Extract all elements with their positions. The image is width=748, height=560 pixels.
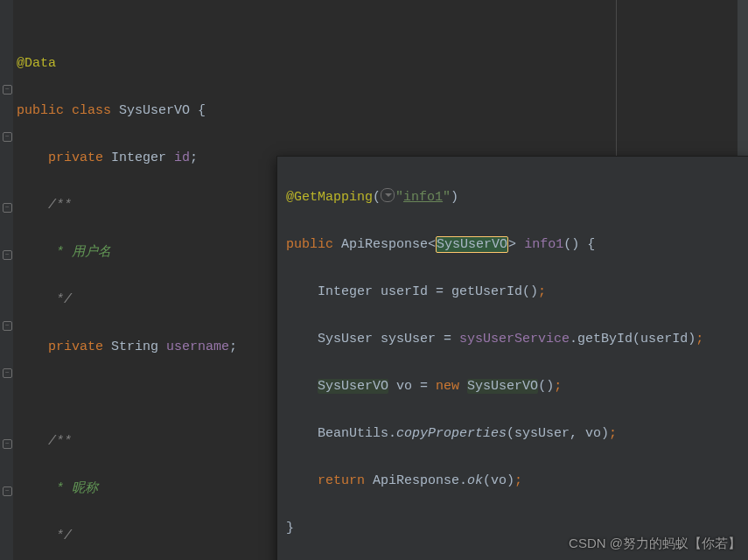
brace: } xyxy=(286,521,294,536)
gt: > xyxy=(508,237,516,252)
fold-icon[interactable]: − xyxy=(3,132,12,142)
kw-public: public xyxy=(17,103,64,118)
type-sysuser: SysUser xyxy=(318,332,373,346)
eq: = xyxy=(428,284,451,299)
doc-username: * 用户名 xyxy=(48,245,111,260)
kw-public: public xyxy=(286,237,333,252)
field-id: id xyxy=(174,150,190,165)
parens: () xyxy=(563,237,579,252)
semi: ; xyxy=(554,379,562,394)
var-sysuser: sysUser xyxy=(381,332,436,346)
method-copy: copyProperties xyxy=(396,426,507,441)
fold-icon[interactable]: − xyxy=(3,486,12,496)
type-apiresponse: ApiResponse xyxy=(341,237,428,252)
quick-definition-popup[interactable]: @GetMapping("info1") public ApiResponse<… xyxy=(276,156,748,560)
kw-private: private xyxy=(48,340,103,354)
type-sysuservo-usage: SysUserVO xyxy=(318,379,388,394)
doc-close: */ xyxy=(48,292,72,307)
semi: ; xyxy=(190,150,198,165)
watermark: CSDN @努力的蚂蚁【你若】 xyxy=(569,531,741,555)
kw-private: private xyxy=(48,150,103,165)
method-info1: info1 xyxy=(524,237,563,252)
kw-new: new xyxy=(436,379,459,394)
type-string: String xyxy=(111,340,158,354)
kw-class: class xyxy=(72,103,111,118)
semi: ; xyxy=(696,332,703,346)
eq: = xyxy=(412,379,436,394)
class-apiresponse: ApiResponse. xyxy=(373,473,467,488)
brace: { xyxy=(587,237,595,252)
brace: { xyxy=(198,103,206,118)
code-editor[interactable]: − − − − − − − − @Data public class SysUs… xyxy=(0,0,748,560)
field-service: sysUserService xyxy=(459,332,570,346)
doc-close: */ xyxy=(48,528,72,543)
fold-icon[interactable]: − xyxy=(3,203,12,213)
gutter: − − − − − − − − xyxy=(0,0,13,560)
fold-icon[interactable]: − xyxy=(3,368,12,378)
semi: ; xyxy=(538,284,546,299)
type-sysuservo-usage: SysUserVO xyxy=(467,379,538,394)
semi: ; xyxy=(609,426,617,441)
eq: = xyxy=(436,332,459,346)
doc-nickname: * 昵称 xyxy=(48,481,98,496)
args: (sysUser, vo) xyxy=(507,426,609,441)
semi: ; xyxy=(514,473,522,488)
field-username: username xyxy=(166,340,229,354)
var-vo: vo xyxy=(396,379,412,394)
quote: " xyxy=(443,190,451,205)
fold-icon[interactable]: − xyxy=(3,250,12,260)
lt: < xyxy=(428,237,436,252)
url-info1[interactable]: info1 xyxy=(403,190,443,205)
var-userid: userId xyxy=(381,284,428,299)
doc-open: /** xyxy=(48,434,72,449)
parens: () xyxy=(538,379,554,394)
method-ok: ok xyxy=(467,473,483,488)
class-name: SysUserVO xyxy=(119,103,190,118)
parens: () xyxy=(522,284,538,299)
type-integer: Integer xyxy=(111,150,166,165)
doc-open: /** xyxy=(48,198,72,213)
type-integer: Integer xyxy=(318,284,373,299)
annotation-getmapping: @GetMapping xyxy=(286,190,373,205)
call-getbyid: .getById(userId) xyxy=(570,332,696,346)
fold-icon[interactable]: − xyxy=(3,85,12,94)
type-sysuservo-hl: SysUserVO xyxy=(436,236,508,253)
annotation-data: @Data xyxy=(17,56,56,71)
fold-icon[interactable]: − xyxy=(3,321,12,331)
kw-return: return xyxy=(318,473,365,488)
param-hint-icon[interactable] xyxy=(381,188,395,202)
quote: " xyxy=(395,190,403,205)
paren: ( xyxy=(373,190,381,205)
class-beanutils: BeanUtils. xyxy=(318,426,396,441)
paren: ) xyxy=(451,190,458,205)
fold-icon[interactable]: − xyxy=(3,439,12,449)
args: (vo) xyxy=(483,473,514,488)
call-getuserid: getUserId xyxy=(451,284,522,299)
semi: ; xyxy=(229,340,237,354)
